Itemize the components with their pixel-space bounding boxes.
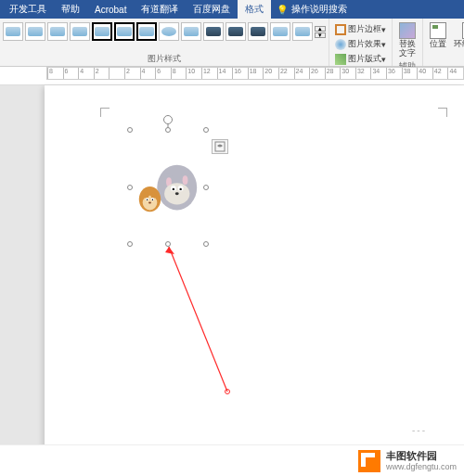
svg-point-13 (144, 192, 149, 198)
ruler-tick: 20 (263, 68, 278, 79)
ruler-tick: 44 (447, 68, 463, 79)
style-thumb-6[interactable] (114, 22, 135, 41)
watermark-domain: www.dgfengtu.com (386, 462, 457, 472)
svg-point-4 (183, 175, 188, 185)
ruler-tick: 36 (386, 68, 402, 79)
ruler-tick: 28 (325, 68, 341, 79)
ribbon-tab-bar: 开发工具 帮助 Acrobat 有道翻译 百度网盘 格式 💡 操作说明搜索 (0, 0, 464, 19)
svg-point-14 (150, 192, 156, 198)
svg-point-19 (148, 201, 151, 203)
alt-text-button[interactable]: 替换 文字 (395, 20, 419, 60)
ruler-tick: 40 (417, 68, 432, 79)
style-thumb-14[interactable] (292, 22, 313, 41)
ruler-tick: 24 (294, 68, 310, 79)
svg-point-9 (179, 187, 181, 189)
position-icon (430, 22, 446, 39)
tab-baidu[interactable]: 百度网盘 (186, 0, 238, 19)
tell-me-label: 操作说明搜索 (291, 3, 347, 16)
layout-icon (335, 54, 346, 65)
ruler-tick: 12 (201, 68, 217, 79)
ruler-tick: 34 (370, 68, 386, 79)
watermark-name: 丰图软件园 (386, 450, 457, 462)
ruler-tick: 26 (309, 68, 325, 79)
ruler-tick: 8 (171, 68, 187, 79)
resize-handle-mr[interactable] (203, 185, 209, 190)
tab-developer[interactable]: 开发工具 (2, 0, 54, 19)
margin-corner-tr (438, 108, 447, 117)
alt-text-icon (399, 22, 416, 39)
horizontal-ruler[interactable]: 8 6 4 2 2 4 6 8 10 12 14 16 18 20 22 24 … (0, 67, 464, 85)
image-content (130, 130, 206, 244)
svg-point-18 (152, 199, 154, 200)
margin-corner-tl (100, 108, 110, 117)
ruler-tick: 38 (402, 68, 418, 79)
tab-help[interactable]: 帮助 (54, 0, 87, 19)
resize-handle-tm[interactable] (165, 127, 171, 133)
group-label-styles: 图片样式 (3, 53, 326, 65)
tab-acrobat[interactable]: Acrobat (87, 2, 134, 18)
ruler-tick: 2 (94, 68, 110, 79)
ribbon-content: ▴▾ 图片样式 图片边框 ▾ 图片效果 ▾ 图片版式 ▾ 替换 文字 辅助功能 … (0, 19, 464, 67)
picture-border-button[interactable]: 图片边框 ▾ (332, 22, 389, 36)
position-button[interactable]: 位置 (426, 20, 450, 51)
picture-layout-button[interactable]: 图片版式 ▾ (332, 52, 389, 66)
style-thumb-8[interactable] (159, 22, 179, 41)
ruler-tick: 4 (78, 68, 94, 79)
style-thumb-1[interactable] (3, 22, 23, 41)
picture-effects-button[interactable]: 图片效果 ▾ (332, 37, 389, 51)
style-thumb-3[interactable] (47, 22, 68, 41)
ruler-tick: 30 (340, 68, 355, 79)
ruler-tick: 42 (432, 68, 448, 79)
svg-point-8 (173, 187, 174, 189)
resize-handle-tl[interactable] (127, 127, 133, 133)
ruler-tick: 2 (124, 68, 140, 79)
document-page[interactable]: --- (45, 85, 464, 476)
resize-handle-tr[interactable] (203, 127, 209, 133)
wrap-text-button[interactable]: 环绕文字 (450, 20, 464, 51)
border-icon (335, 24, 346, 35)
ruler-tick: 32 (355, 68, 371, 79)
ruler-tick: 4 (140, 68, 156, 79)
style-thumb-7[interactable] (136, 22, 157, 41)
style-thumb-10[interactable] (203, 22, 224, 41)
gallery-expand[interactable]: ▴▾ (315, 22, 326, 41)
effects-icon (335, 39, 346, 50)
annotation-arrow (158, 241, 343, 427)
tell-me-search[interactable]: 💡 操作说明搜索 (277, 3, 347, 16)
watermark-logo-icon (358, 450, 380, 472)
ruler-tick: 22 (278, 68, 294, 79)
svg-point-17 (147, 199, 148, 200)
style-thumb-11[interactable] (226, 22, 246, 41)
ruler-tick: 6 (155, 68, 171, 79)
tab-youdao[interactable]: 有道翻译 (134, 0, 186, 19)
resize-handle-bl[interactable] (127, 241, 133, 247)
lightbulb-icon: 💡 (277, 5, 288, 15)
ruler-tick (109, 68, 124, 79)
ruler-tick: 8 (47, 68, 63, 79)
style-thumb-13[interactable] (270, 22, 290, 41)
tab-format[interactable]: 格式 (238, 0, 271, 19)
ruler-tick: 6 (63, 68, 79, 79)
ruler-tick: 14 (217, 68, 233, 79)
ruler-tick: 16 (232, 68, 248, 79)
picture-style-gallery: ▴▾ (3, 20, 326, 41)
page-break-mark: --- (412, 425, 427, 435)
svg-line-21 (169, 247, 227, 392)
style-thumb-9[interactable] (181, 22, 201, 41)
watermark-bar: 丰图软件园 www.dgfengtu.com (0, 444, 464, 476)
style-thumb-4[interactable] (70, 22, 90, 41)
ruler-tick: 18 (248, 68, 264, 79)
rotate-handle[interactable] (163, 115, 173, 124)
style-thumb-2[interactable] (25, 22, 45, 41)
style-thumb-12[interactable] (248, 22, 268, 41)
ruler-tick: 10 (186, 68, 201, 79)
selected-image[interactable] (130, 130, 206, 244)
layout-options-button[interactable] (212, 139, 228, 154)
svg-point-10 (175, 192, 179, 195)
style-thumb-5[interactable] (92, 22, 112, 41)
resize-handle-ml[interactable] (127, 185, 133, 190)
